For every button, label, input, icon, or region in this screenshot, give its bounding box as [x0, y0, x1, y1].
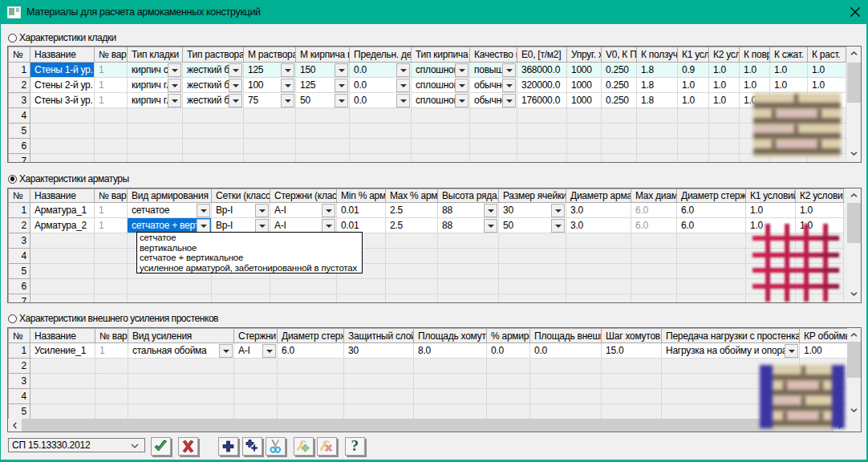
- svg-text:?: ?: [351, 440, 359, 453]
